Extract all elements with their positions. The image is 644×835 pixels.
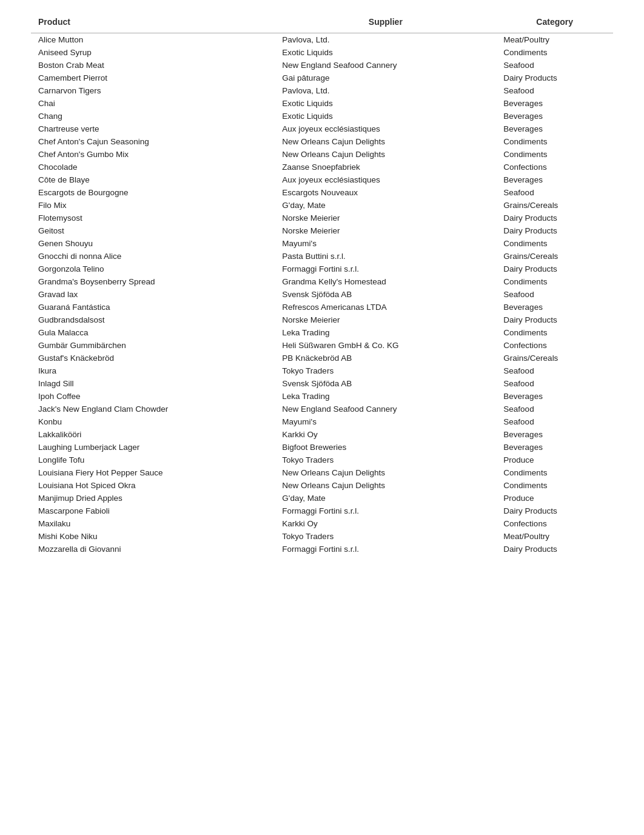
cell-23-0: Gula Malacca <box>31 326 275 339</box>
cell-29-0: Jack's New England Clam Chowder <box>31 403 275 415</box>
cell-9-0: Chef Anton's Gumbo Mix <box>31 148 275 161</box>
cell-30-0: Konbu <box>31 415 275 428</box>
column-header-product: Product <box>31 12 275 33</box>
table-row: Carnarvon TigersPavlova, Ltd.Seafood <box>31 84 613 97</box>
cell-12-1: Escargots Nouveaux <box>275 186 496 199</box>
cell-39-1: Tokyo Traders <box>275 530 496 543</box>
cell-2-0: Boston Crab Meat <box>31 59 275 72</box>
cell-38-0: Maxilaku <box>31 517 275 530</box>
cell-38-2: Confections <box>496 517 613 530</box>
cell-22-1: Norske Meierier <box>275 314 496 326</box>
table-container: Product Supplier Category Alice MuttonPa… <box>31 12 613 555</box>
cell-18-0: Gorgonzola Telino <box>31 263 275 275</box>
cell-23-2: Condiments <box>496 326 613 339</box>
cell-10-2: Confections <box>496 161 613 173</box>
cell-19-1: Grandma Kelly's Homestead <box>275 275 496 288</box>
table-row: Gorgonzola TelinoFormaggi Fortini s.r.l.… <box>31 263 613 275</box>
cell-35-2: Condiments <box>496 479 613 492</box>
table-row: Gumbär GummibärchenHeli Süßwaren GmbH & … <box>31 339 613 352</box>
cell-32-1: Bigfoot Breweries <box>275 441 496 454</box>
cell-34-1: New Orleans Cajun Delights <box>275 466 496 479</box>
cell-24-0: Gumbär Gummibärchen <box>31 339 275 352</box>
cell-1-1: Exotic Liquids <box>275 46 496 59</box>
cell-26-0: Ikura <box>31 364 275 377</box>
table-row: Mozzarella di GiovanniFormaggi Fortini s… <box>31 543 613 555</box>
table-row: Gustaf's KnäckebrödPB Knäckebröd ABGrain… <box>31 352 613 364</box>
cell-8-2: Condiments <box>496 135 613 148</box>
cell-9-1: New Orleans Cajun Delights <box>275 148 496 161</box>
table-row: Inlagd SillSvensk Sjöföda ABSeafood <box>31 377 613 390</box>
cell-5-1: Exotic Liquids <box>275 97 496 110</box>
cell-19-0: Grandma's Boysenberry Spread <box>31 275 275 288</box>
cell-25-2: Grains/Cereals <box>496 352 613 364</box>
table-row: Chef Anton's Gumbo MixNew Orleans Cajun … <box>31 148 613 161</box>
table-row: IkuraTokyo TradersSeafood <box>31 364 613 377</box>
cell-29-2: Seafood <box>496 403 613 415</box>
cell-30-1: Mayumi's <box>275 415 496 428</box>
cell-37-1: Formaggi Fortini s.r.l. <box>275 505 496 517</box>
column-header-category: Category <box>496 12 613 33</box>
cell-36-1: G'day, Mate <box>275 492 496 505</box>
cell-14-2: Dairy Products <box>496 212 613 224</box>
cell-31-1: Karkki Oy <box>275 428 496 441</box>
cell-17-1: Pasta Buttini s.r.l. <box>275 250 496 263</box>
cell-4-2: Seafood <box>496 84 613 97</box>
table-row: Mishi Kobe NikuTokyo TradersMeat/Poultry <box>31 530 613 543</box>
cell-16-2: Condiments <box>496 237 613 250</box>
cell-10-1: Zaanse Snoepfabriek <box>275 161 496 173</box>
cell-39-2: Meat/Poultry <box>496 530 613 543</box>
cell-20-2: Seafood <box>496 288 613 301</box>
cell-40-0: Mozzarella di Giovanni <box>31 543 275 555</box>
table-row: Côte de BlayeAux joyeux ecclésiastiquesB… <box>31 173 613 186</box>
table-row: GeitostNorske MeierierDairy Products <box>31 224 613 237</box>
cell-24-1: Heli Süßwaren GmbH & Co. KG <box>275 339 496 352</box>
cell-17-0: Gnocchi di nonna Alice <box>31 250 275 263</box>
cell-13-1: G'day, Mate <box>275 199 496 212</box>
cell-37-0: Mascarpone Fabioli <box>31 505 275 517</box>
cell-35-1: New Orleans Cajun Delights <box>275 479 496 492</box>
table-row: Filo MixG'day, MateGrains/Cereals <box>31 199 613 212</box>
table-row: ChaiExotic LiquidsBeverages <box>31 97 613 110</box>
column-header-supplier: Supplier <box>275 12 496 33</box>
cell-31-2: Beverages <box>496 428 613 441</box>
cell-37-2: Dairy Products <box>496 505 613 517</box>
cell-15-2: Dairy Products <box>496 224 613 237</box>
table-row: Chartreuse verteAux joyeux ecclésiastiqu… <box>31 122 613 135</box>
table-row: Alice MuttonPavlova, Ltd.Meat/Poultry <box>31 33 613 47</box>
cell-5-0: Chai <box>31 97 275 110</box>
cell-16-1: Mayumi's <box>275 237 496 250</box>
table-row: FlotemysostNorske MeierierDairy Products <box>31 212 613 224</box>
cell-4-1: Pavlova, Ltd. <box>275 84 496 97</box>
cell-10-0: Chocolade <box>31 161 275 173</box>
cell-25-0: Gustaf's Knäckebröd <box>31 352 275 364</box>
cell-2-1: New England Seafood Cannery <box>275 59 496 72</box>
cell-15-1: Norske Meierier <box>275 224 496 237</box>
cell-40-2: Dairy Products <box>496 543 613 555</box>
cell-1-0: Aniseed Syrup <box>31 46 275 59</box>
cell-26-2: Seafood <box>496 364 613 377</box>
cell-4-0: Carnarvon Tigers <box>31 84 275 97</box>
cell-13-0: Filo Mix <box>31 199 275 212</box>
cell-3-1: Gai pâturage <box>275 72 496 84</box>
cell-9-2: Condiments <box>496 148 613 161</box>
cell-22-2: Dairy Products <box>496 314 613 326</box>
cell-33-1: Tokyo Traders <box>275 454 496 466</box>
cell-6-0: Chang <box>31 110 275 122</box>
cell-17-2: Grains/Cereals <box>496 250 613 263</box>
cell-33-2: Produce <box>496 454 613 466</box>
cell-14-0: Flotemysost <box>31 212 275 224</box>
table-header-row: Product Supplier Category <box>31 12 613 33</box>
cell-35-0: Louisiana Hot Spiced Okra <box>31 479 275 492</box>
table-row: Aniseed SyrupExotic LiquidsCondiments <box>31 46 613 59</box>
cell-30-2: Seafood <box>496 415 613 428</box>
cell-3-2: Dairy Products <box>496 72 613 84</box>
cell-3-0: Camembert Pierrot <box>31 72 275 84</box>
table-row: ChocoladeZaanse SnoepfabriekConfections <box>31 161 613 173</box>
cell-19-2: Condiments <box>496 275 613 288</box>
cell-2-2: Seafood <box>496 59 613 72</box>
cell-7-2: Beverages <box>496 122 613 135</box>
table-row: Gula MalaccaLeka TradingCondiments <box>31 326 613 339</box>
cell-11-2: Beverages <box>496 173 613 186</box>
cell-25-1: PB Knäckebröd AB <box>275 352 496 364</box>
cell-28-2: Beverages <box>496 390 613 403</box>
